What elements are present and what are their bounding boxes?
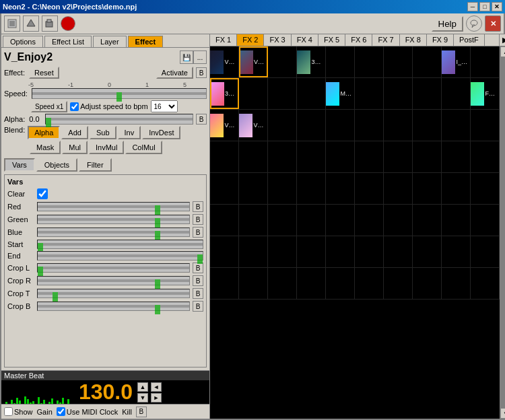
- fx-cell[interactable]: [442, 205, 471, 236]
- fx-cell[interactable]: [297, 236, 326, 267]
- fx-cell[interactable]: [210, 205, 239, 236]
- fx-cell[interactable]: [239, 78, 268, 109]
- fx-cell[interactable]: [326, 141, 355, 172]
- fx-cell[interactable]: [413, 173, 442, 204]
- fx-cell[interactable]: [384, 141, 413, 172]
- fx-tab-5[interactable]: FX 5: [318, 34, 345, 46]
- speed-x1-button[interactable]: Speed x1: [31, 101, 67, 112]
- fx-cell[interactable]: [413, 236, 442, 267]
- fx-cell[interactable]: [471, 268, 500, 299]
- fx-cell[interactable]: [239, 173, 268, 204]
- var-b-crop-t[interactable]: B: [193, 288, 203, 299]
- scrollbar-up[interactable]: ▲: [500, 46, 505, 57]
- fx-cell[interactable]: [471, 173, 500, 204]
- fx-cell[interactable]: [268, 173, 297, 204]
- fx-cell[interactable]: 3D_Ne: [297, 46, 326, 77]
- fx-cell[interactable]: [268, 46, 297, 77]
- blend-inv-button[interactable]: Inv: [118, 126, 141, 139]
- fx-cell[interactable]: [413, 46, 442, 77]
- fx-cell[interactable]: [355, 110, 384, 141]
- fx-cell[interactable]: FX_Pix: [471, 78, 500, 109]
- midi-clock-label[interactable]: Use MIDI Clock: [57, 407, 118, 416]
- effect-b-button[interactable]: B: [196, 67, 207, 78]
- fx-cell[interactable]: Msg_L: [326, 78, 355, 109]
- maximize-button[interactable]: □: [479, 2, 490, 11]
- fx-cell[interactable]: V_Kun: [239, 46, 268, 77]
- var-slider-blue[interactable]: [38, 228, 189, 236]
- blend-invdest-button[interactable]: InvDest: [142, 126, 180, 139]
- adjust-bpm-checkbox[interactable]: [70, 102, 79, 111]
- sub-tab-filter[interactable]: Filter: [79, 158, 111, 172]
- fx-cell[interactable]: [471, 205, 500, 236]
- blend-mask-button[interactable]: Mask: [30, 141, 61, 154]
- fx-cell[interactable]: [210, 236, 239, 267]
- fx-tab-7[interactable]: FX 7: [372, 34, 399, 46]
- reset-button[interactable]: Reset: [29, 67, 59, 79]
- fx-cell[interactable]: [384, 205, 413, 236]
- speed-slider[interactable]: [32, 89, 206, 98]
- fx-cell[interactable]: [355, 173, 384, 204]
- fx-tab-3[interactable]: FX 3: [264, 34, 291, 46]
- fx-cell[interactable]: [355, 236, 384, 267]
- fx-cell[interactable]: [297, 173, 326, 204]
- var-slider-crop-t[interactable]: [38, 289, 189, 298]
- tab-effect[interactable]: Effect: [128, 36, 164, 47]
- activate-button[interactable]: Activate: [156, 67, 193, 79]
- fx-cell[interactable]: [355, 205, 384, 236]
- fx-cell[interactable]: [326, 205, 355, 236]
- fx-tabs-right-arrow[interactable]: ▶: [499, 34, 505, 46]
- toolbar-icon-2[interactable]: [23, 15, 39, 32]
- save-button[interactable]: 💾: [180, 50, 193, 64]
- blend-alpha-button[interactable]: Alpha: [28, 126, 60, 139]
- show-checkbox[interactable]: [4, 407, 13, 416]
- fx-cell[interactable]: V_Enjo: [239, 110, 268, 141]
- fx-cell[interactable]: [384, 46, 413, 77]
- fx-cell[interactable]: [413, 205, 442, 236]
- fx-cell[interactable]: [210, 268, 239, 299]
- fx-cell[interactable]: [442, 236, 471, 267]
- chat-icon[interactable]: [466, 15, 482, 32]
- fx-tab-1[interactable]: FX 1: [210, 34, 237, 46]
- tab-layer[interactable]: Layer: [93, 36, 127, 47]
- fx-cell[interactable]: [297, 110, 326, 141]
- more-button[interactable]: ...: [193, 50, 207, 64]
- blend-colmul-button[interactable]: ColMul: [125, 141, 162, 154]
- fx-cell[interactable]: [413, 268, 442, 299]
- fx-cell[interactable]: [268, 205, 297, 236]
- fx-cell[interactable]: [268, 78, 297, 109]
- blend-add-button[interactable]: Add: [61, 126, 88, 139]
- fx-cell[interactable]: [355, 141, 384, 172]
- fx-cell[interactable]: [268, 236, 297, 267]
- fx-cell[interactable]: [471, 236, 500, 267]
- fx-cell[interactable]: [239, 205, 268, 236]
- fx-cell[interactable]: [413, 141, 442, 172]
- fx-tab-6[interactable]: FX 6: [345, 34, 372, 46]
- alpha-slider[interactable]: [46, 114, 193, 124]
- fx-cell[interactable]: [297, 141, 326, 172]
- var-b-crop-l[interactable]: B: [193, 262, 203, 273]
- fx-cell[interactable]: [413, 78, 442, 109]
- var-slider-crop-l[interactable]: [38, 264, 189, 272]
- var-b-red[interactable]: B: [193, 201, 203, 212]
- fx-cell[interactable]: [268, 268, 297, 299]
- fx-cell[interactable]: [442, 110, 471, 141]
- beat-up-button[interactable]: ▲: [137, 382, 148, 392]
- minimize-button[interactable]: ─: [467, 2, 478, 11]
- fx-cell[interactable]: [355, 78, 384, 109]
- fx-cell[interactable]: [210, 173, 239, 204]
- fx-cell[interactable]: [326, 110, 355, 141]
- midi-clock-checkbox[interactable]: [57, 407, 65, 416]
- fx-cell[interactable]: [268, 141, 297, 172]
- var-slider-red[interactable]: [38, 203, 189, 211]
- fx-cell[interactable]: [471, 46, 500, 77]
- fx-tab-4[interactable]: FX 4: [292, 34, 318, 46]
- fx-cell[interactable]: [239, 236, 268, 267]
- fx-cell[interactable]: [442, 78, 471, 109]
- var-slider-crop-b[interactable]: [38, 302, 189, 310]
- var-b-crop-r[interactable]: B: [193, 275, 203, 286]
- sub-tab-objects[interactable]: Objects: [36, 158, 77, 172]
- fx-cell[interactable]: [355, 268, 384, 299]
- close-x-button[interactable]: ✕: [485, 15, 501, 32]
- fx-cell[interactable]: [268, 110, 297, 141]
- scrollbar-down[interactable]: ▼: [500, 408, 505, 419]
